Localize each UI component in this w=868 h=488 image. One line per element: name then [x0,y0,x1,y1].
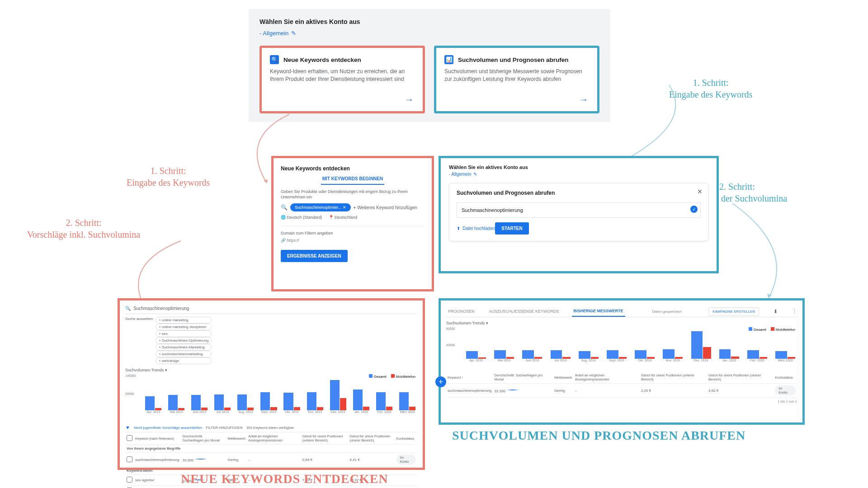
add-keyword-link[interactable]: + Weiteres Keyword hinzufügen [354,205,417,210]
create-campaign-button[interactable]: KAMPAGNE ERSTELLEN [708,307,759,316]
step-label-b1: 1. Schritt:Eingabe des Keywords [669,77,752,100]
exclude-adult-link[interactable]: Nicht jugendfreie Vorschläge ausschließe… [134,426,202,430]
table-row[interactable]: suchmaschinenoptimierung22.200 Gering–2,… [446,384,797,398]
keyword-chip[interactable]: Suchmaschinenoptimier... ✕ [290,203,351,211]
account-general-link[interactable]: - Allgemein ✎ [259,30,599,37]
chart-title[interactable]: Suchvolumen-Trends ▾ [125,368,417,372]
volume-table: Keyword ↑Durchschnittl. Suchanfragen pro… [446,371,797,398]
card-discover-desc: Keyword-Ideen erhalten, um Nutzer zu err… [270,68,415,83]
expand-search-row: Suche ausweiten: + online marketing+ onl… [125,317,417,364]
upload-file-link[interactable]: ⬆Datei hochladen [457,226,495,231]
upload-icon: ⬆ [457,226,460,231]
expand-pill[interactable]: + Suchmaschinen-Marketing [156,344,212,351]
chart-x-labels: Apr. 2019Mai 2019Juni 2019Juli 2019Aug. … [143,410,417,413]
more-icon[interactable]: ⋮ [792,309,797,314]
chart-legend: Gesamt Mobiltelefon [369,374,415,379]
add-filter-button[interactable]: FILTER HINZUFÜGEN [206,426,243,430]
search-bar[interactable]: 🔍 Suchmaschinenoptimierung [125,306,417,314]
filter-icon[interactable]: ▼ [125,425,130,430]
language-selector[interactable]: 🌐 Deutsch (Standard) [281,215,322,220]
pencil-icon: ✎ [473,172,477,177]
bottom-label-blue: SUCHVOLUMEN UND PROGNOSEN ABRUFEN [452,428,745,443]
expand-pill[interactable]: + online marketing [156,317,212,324]
pencil-icon: ✎ [291,30,296,37]
magnifier-icon: 🔍 [281,204,288,211]
expand-pill[interactable]: + seo [156,330,212,337]
discover-results-panel: 🔍 Suchmaschinenoptimierung Suche ausweit… [118,298,425,470]
arrow-curve-b2 [705,199,796,303]
step-label-r2: 2. Schritt:Vorschläge inkl. Suchvolumina [27,217,140,240]
search-volume-dialog: Suchvolumen und Prognosen abrufen ✕ Such… [449,183,708,241]
chart-title-b[interactable]: Suchvolumen-Trends ▾ [446,321,797,325]
tab-start-with-keywords[interactable]: MIT KEYWORDS BEGINNEN [321,176,384,185]
close-icon[interactable]: ✕ [697,188,703,195]
domain-filter-label: Domain zum Filtern angeben [281,231,425,236]
expand-label: Suche ausweiten: [125,317,154,364]
chart-x-labels-b: Apr. 2019Mai 2019Juni 2019Juli 2019Aug. … [464,359,797,362]
arrow-right-icon: → [579,94,588,105]
chart-bars-b [464,327,797,359]
volume-results-panel: + PROGNOSEN AUSZUSCHLIESSENDE KEYWORDS B… [439,298,805,425]
account-general-link-mini[interactable]: - Allgemein✎ [449,172,708,177]
magnifier-icon: 🔍 [270,55,279,64]
download-icon[interactable]: ⬇ [774,309,778,314]
tab-historical-metrics[interactable]: BISHERIGE MESSWERTE [572,306,625,317]
search-volume-panel: Wählen Sie ein aktives Konto aus - Allge… [439,156,719,273]
tab-negative-keywords[interactable]: AUSZUSCHLIESSENDE KEYWORDS [487,306,561,316]
chart-legend-b: Gesamt Mobiltelefon [749,327,795,332]
table-row[interactable]: suchmaschinenoptimierung33.000 Gering–0,… [125,453,417,467]
account-general-label: - Allgemein [259,30,288,37]
account-selector-panel: Wählen Sie ein aktives Konto aus - Allge… [249,9,610,122]
expand-pill[interactable]: + suchmaschinenmarketing [156,351,212,357]
y-label-mid-b: 40000 [446,343,455,347]
expand-pill[interactable]: + Suchmaschinen-Optimierung [156,337,212,344]
bar-chart-icon: 📊 [444,55,453,64]
location-selector[interactable]: 📍 Deutschland [329,215,358,220]
discover-keywords-panel: Neue Keywords entdecken MIT KEYWORDS BEG… [271,156,434,291]
bottom-label-red: NEUE KEYWORDS ENTDECKEN [181,472,388,486]
card-discover-keywords[interactable]: 🔍 Neue Keywords entdecken Keyword-Ideen … [259,46,425,113]
arrow-right-icon: → [405,94,414,105]
discover-panel-title: Neue Keywords entdecken [281,165,425,172]
card-volume-title: Suchvolumen und Prognosen abrufen [458,56,569,63]
check-icon: ✓ [690,206,698,213]
magnifier-icon: 🔍 [125,306,131,311]
keyword-textarea[interactable]: Suchmaschinenoptimierung ✓ [457,202,701,218]
discover-hint: Geben Sie Produkte oder Dienstleistungen… [281,189,425,200]
show-results-button[interactable]: ERGEBNISSE ANZEIGEN [281,250,348,262]
y-label-mid: 80000 [125,392,134,395]
idea-count: 352 Keyword-Ideen verfügbar [246,426,294,430]
card-discover-title: Neue Keywords entdecken [283,56,361,63]
y-label-max-b: 80000 [446,327,455,330]
expand-pill[interactable]: + webdesign [156,357,212,364]
step-label-r1: 1. Schritt:Eingabe des Keywords [127,165,210,188]
account-title: Wählen Sie ein aktives Konto aus [259,18,599,25]
y-label-max: 140000 [125,374,136,377]
card-volume-desc: Suchvolumen und bisherige Messwerte sowi… [444,68,589,83]
search-term: Suchmaschinenoptimierung [133,306,189,311]
saved-label: Daten gespeichert [652,310,681,314]
add-fab-button[interactable]: + [435,376,446,387]
dialog-title: Suchvolumen und Prognosen abrufen [457,190,701,196]
start-button[interactable]: STARTEN [495,222,528,235]
card-search-volume[interactable]: 📊 Suchvolumen und Prognosen abrufen Such… [434,46,599,113]
domain-input[interactable]: 🔗 https:// [281,238,425,243]
account-title-mini: Wählen Sie ein aktives Konto aus [449,164,708,170]
expand-pill[interactable]: + online marketing disziplinen [156,324,212,330]
pagination-label: 1 bis 1 von 1 [446,398,797,404]
tab-prognosen[interactable]: PROGNOSEN [446,306,476,316]
chart-bars [143,374,417,410]
